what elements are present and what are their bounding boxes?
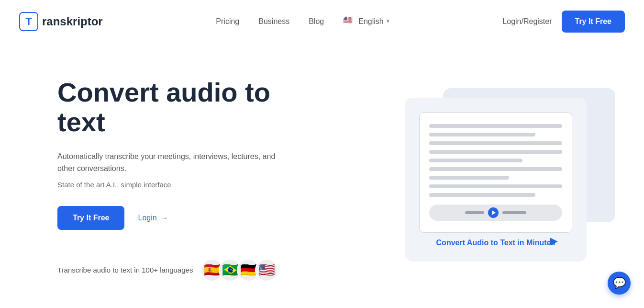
- login-register-link[interactable]: Login/Register: [502, 17, 552, 26]
- illustration-wrapper: ▶ Convert Audio to Text in Minutes: [405, 98, 587, 262]
- language-selector[interactable]: 🇺🇸 English ▾: [343, 15, 389, 28]
- nav-blog[interactable]: Blog: [309, 17, 324, 26]
- nav-right: Login/Register Try It Free: [502, 11, 625, 33]
- doc-line-2: [429, 133, 535, 137]
- hero-subtitle: State of the art A.I., simple interface: [57, 181, 325, 189]
- navbar: T ranskriptor Pricing Business Blog 🇺🇸 E…: [0, 0, 644, 43]
- logo-text: ranskriptor: [42, 15, 103, 28]
- play-button[interactable]: [488, 207, 499, 218]
- nav-links: Pricing Business Blog 🇺🇸 English ▾: [216, 15, 389, 28]
- cursor-icon: ▶: [550, 235, 558, 247]
- doc-line-8: [429, 184, 562, 188]
- doc-line-1: [429, 124, 562, 128]
- convert-label: Convert Audio to Text in Minutes: [419, 239, 572, 247]
- hero-left: Convert audio to text Automatically tran…: [57, 78, 325, 281]
- hero-section: Convert audio to text Automatically tran…: [0, 43, 644, 307]
- chevron-down-icon: ▾: [387, 18, 389, 24]
- audio-player-bar[interactable]: [429, 205, 562, 221]
- hero-description: Automatically transcribe your meetings, …: [57, 150, 287, 175]
- audio-waveform-right: [502, 211, 526, 214]
- hero-login-link[interactable]: Login →: [138, 214, 168, 222]
- doc-line-6: [429, 167, 562, 171]
- flag-us-icon: 🇺🇸: [343, 15, 355, 28]
- hero-illustration: ▶ Convert Audio to Text in Minutes: [405, 98, 606, 262]
- doc-line-4: [429, 150, 562, 154]
- nav-pricing[interactable]: Pricing: [216, 17, 239, 26]
- hero-actions: Try It Free Login →: [57, 206, 325, 230]
- document-card: [419, 112, 572, 233]
- login-label: Login: [138, 214, 156, 222]
- arrow-right-icon: →: [161, 214, 168, 222]
- nav-business[interactable]: Business: [258, 17, 289, 26]
- try-it-free-nav-button[interactable]: Try It Free: [562, 11, 625, 33]
- hero-languages: Transcribe audio to text in 100+ languag…: [57, 259, 325, 282]
- flags-stack: 🇪🇸 🇧🇷 🇩🇪 🇺🇸: [200, 259, 278, 282]
- logo-link[interactable]: T ranskriptor: [19, 12, 103, 31]
- language-label: English: [358, 17, 383, 26]
- flag-us2-icon: 🇺🇸: [255, 259, 278, 282]
- try-it-free-hero-button[interactable]: Try It Free: [57, 206, 124, 230]
- hero-title: Convert audio to text: [57, 78, 325, 137]
- doc-line-9: [429, 193, 535, 197]
- audio-waveform-left: [465, 211, 484, 214]
- chat-bubble-button[interactable]: 💬: [608, 272, 631, 295]
- doc-line-3: [429, 141, 562, 145]
- doc-line-7: [429, 176, 509, 180]
- chat-icon: 💬: [613, 277, 626, 289]
- doc-line-5: [429, 159, 522, 162]
- play-triangle-icon: [492, 210, 496, 215]
- logo-icon: T: [19, 12, 38, 31]
- languages-text: Transcribe audio to text in 100+ languag…: [57, 266, 193, 274]
